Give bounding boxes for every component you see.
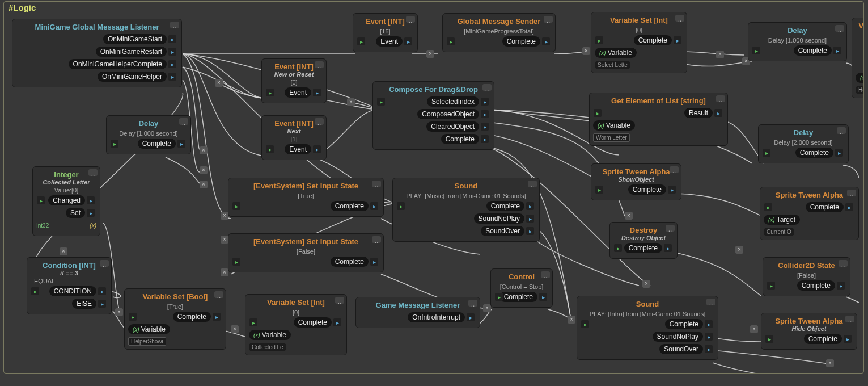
output-port[interactable]: OnMiniGameHelper <box>98 72 167 82</box>
wire-junction[interactable] <box>826 359 834 367</box>
output-port[interactable]: SoundOver <box>481 226 524 236</box>
output-port[interactable]: Complete <box>795 148 833 158</box>
variable-field[interactable]: HelperShowi <box>128 337 166 346</box>
node-menu-icon[interactable] <box>372 236 381 243</box>
port-in-icon[interactable] <box>249 318 257 326</box>
port-in-icon[interactable] <box>765 335 773 343</box>
node-minigame-listener[interactable]: MiniGame Global Message Listener OnMiniG… <box>12 19 182 87</box>
node-menu-icon[interactable] <box>706 299 715 305</box>
port-in-icon[interactable] <box>232 202 240 210</box>
port-in-icon[interactable] <box>397 202 405 210</box>
node-cut-off[interactable]: Va (x)Va Helpe <box>852 18 864 98</box>
port-out-icon[interactable] <box>87 196 95 204</box>
output-port[interactable]: ComposedObject <box>417 109 479 119</box>
port-out-icon[interactable] <box>674 36 681 44</box>
node-menu-icon[interactable] <box>541 271 550 278</box>
output-port[interactable]: Complete <box>665 319 703 329</box>
port-out-icon[interactable] <box>98 287 106 295</box>
node-event-int-next[interactable]: Event [INT] Next [1] Event <box>261 115 327 160</box>
wire-junction[interactable] <box>231 325 239 333</box>
variable-label[interactable]: (x)Variable <box>595 48 637 58</box>
port-out-icon[interactable] <box>542 37 550 45</box>
port-out-icon[interactable] <box>313 145 321 153</box>
node-control[interactable]: Control [Control = Stop] Complete <box>490 268 553 308</box>
node-menu-icon[interactable] <box>100 260 109 267</box>
wire-junction[interactable] <box>642 280 650 288</box>
wire-junction[interactable] <box>221 212 228 220</box>
output-port[interactable]: Complete <box>138 139 176 149</box>
port-out-icon[interactable] <box>668 186 676 194</box>
wire-junction[interactable] <box>60 247 67 255</box>
node-menu-icon[interactable] <box>716 95 725 102</box>
output-port[interactable]: Complete <box>294 317 332 328</box>
port-out-icon[interactable] <box>481 135 489 143</box>
node-menu-icon[interactable] <box>88 169 98 176</box>
port-out-icon[interactable] <box>526 202 534 210</box>
port-out-icon[interactable] <box>664 244 672 252</box>
port-in-icon[interactable] <box>752 47 760 54</box>
port-in-icon[interactable] <box>763 149 770 157</box>
port-out-icon[interactable] <box>845 203 853 211</box>
node-menu-icon[interactable] <box>837 127 846 134</box>
port-out-icon[interactable] <box>526 215 534 223</box>
wire-junction[interactable] <box>215 79 223 87</box>
node-menu-icon[interactable] <box>847 190 856 196</box>
variable-label[interactable]: (x)Variable <box>249 330 291 340</box>
node-menu-icon[interactable] <box>544 16 553 23</box>
node-menu-icon[interactable] <box>170 22 179 28</box>
port-in-icon[interactable] <box>37 196 45 204</box>
output-port[interactable]: Event <box>376 36 403 47</box>
output-port[interactable]: Complete <box>794 45 832 56</box>
port-out-icon[interactable] <box>404 37 412 45</box>
node-event-int-new[interactable]: Event [INT] New or Reset [0] Event <box>261 58 327 103</box>
port-in-icon[interactable] <box>764 203 772 211</box>
output-port[interactable]: Event <box>285 87 311 98</box>
wire-junction[interactable] <box>750 325 758 333</box>
node-sound-intro[interactable]: Sound PLAY: [Intro] from [Mini-Game 01 S… <box>577 296 718 360</box>
output-port[interactable]: OnMiniGameRestart <box>96 47 167 57</box>
node-delay[interactable]: Delay Delay [1.000 second] Complete <box>106 115 191 154</box>
output-port[interactable]: OnMiniGameStart <box>103 34 167 44</box>
port-out-icon[interactable] <box>370 202 378 210</box>
port-out-icon[interactable] <box>168 73 176 81</box>
port-out-icon[interactable] <box>168 48 176 56</box>
node-sprite-tween-hide[interactable]: Sprite Tween Alpha Hide Object Complete <box>761 313 857 350</box>
port-out-icon[interactable] <box>837 282 845 290</box>
wire-junction[interactable] <box>625 212 633 220</box>
output-port[interactable]: Complete <box>806 202 844 212</box>
variable-field[interactable]: Helpe <box>856 86 864 94</box>
node-menu-icon[interactable] <box>482 84 492 91</box>
wire-junction[interactable] <box>716 51 724 58</box>
port-out-icon[interactable] <box>705 333 713 341</box>
output-port[interactable]: SoundNoPlay <box>653 332 703 342</box>
output-port[interactable]: Complete <box>634 35 672 45</box>
variable-label[interactable]: (x)Va <box>856 73 864 83</box>
node-set-input-state-true[interactable]: [EventSystem] Set Input State [True] Com… <box>228 178 384 217</box>
node-sprite-tween-alpha2[interactable]: Sprite Tween Alpha Complete (x)Target Cu… <box>760 187 859 240</box>
output-port[interactable]: ClearedObject <box>426 121 479 132</box>
output-port[interactable]: Complete <box>499 292 537 302</box>
port-out-icon[interactable] <box>526 227 534 235</box>
node-variable-set-int[interactable]: Variable Set [Int] [0] Complete (x)Varia… <box>245 294 347 355</box>
port-out-icon[interactable] <box>835 149 843 157</box>
wire-junction[interactable] <box>200 181 208 188</box>
node-game-message-listener[interactable]: Game Message Listener OnIntroInterrupt <box>355 297 480 328</box>
node-destroy[interactable]: Destroy Destroy Object Complete <box>609 222 678 259</box>
output-port[interactable]: Event <box>285 144 311 154</box>
variable-label[interactable]: (x)Variable <box>593 120 635 131</box>
output-port[interactable]: SelectedIndex <box>427 96 479 107</box>
output-port[interactable]: Complete <box>628 184 666 195</box>
port-out-icon[interactable] <box>370 258 378 266</box>
wire-junction[interactable] <box>735 246 743 254</box>
output-port[interactable]: Complete <box>331 201 369 211</box>
output-port[interactable]: Complete <box>804 334 842 344</box>
node-condition-int[interactable]: Condition [INT] if == 3 EQUAL CONDITION … <box>27 257 112 314</box>
output-port[interactable]: Complete <box>502 36 540 47</box>
output-port[interactable]: Changed <box>48 195 85 205</box>
port-in-icon[interactable] <box>614 244 622 252</box>
port-in-icon[interactable] <box>111 140 118 148</box>
node-menu-icon[interactable] <box>315 118 324 125</box>
wire-junction[interactable] <box>200 146 208 154</box>
wire-junction[interactable] <box>582 47 590 55</box>
port-out-icon[interactable] <box>481 123 489 131</box>
